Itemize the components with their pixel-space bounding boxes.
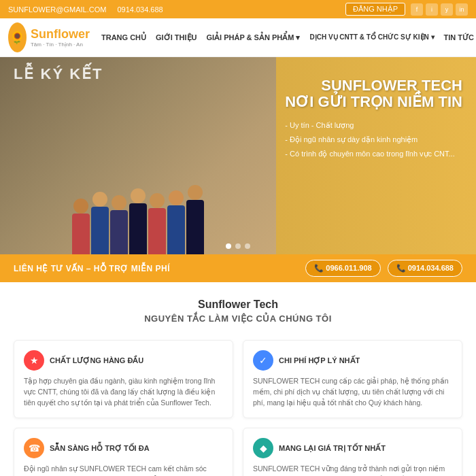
nav-trangchu[interactable]: TRANG CHỦ <box>98 31 150 45</box>
hero-bullet-2: - Đội ngũ nhân sự dày dặn kinh nghiệm <box>285 133 462 147</box>
logo-slogan: Tâm · Tín · Thịnh · An <box>31 41 90 48</box>
dot-2[interactable] <box>235 243 241 249</box>
top-bar-actions: ĐĂNG NHẬP f i y in <box>345 3 468 16</box>
person-7 <box>186 185 204 254</box>
phone-btn-2[interactable]: 📞 0914.034.688 <box>388 260 462 277</box>
principle-desc-3: Đội ngũ nhân sự SUNFLOWER TECH cam kết c… <box>24 464 223 476</box>
contact-bar-label: LIÊN HỆ TƯ VẤN – HỖ TRỢ MIỄN PHÍ <box>14 264 170 273</box>
principle-title-1: CHẤT LƯỢNG HÀNG ĐẦU <box>50 356 143 365</box>
top-email[interactable]: SUNFLOWER@GMAIL.COM <box>8 5 106 14</box>
main-nav: TRANG CHỦ GIỚI THIỆU GIẢI PHÁP & SẢN PHẨ… <box>98 31 476 45</box>
phone-btn-1[interactable]: 📞 0966.011.908 <box>305 260 380 277</box>
nav-giaiphap[interactable]: GIẢI PHÁP & SẢN PHẨM ▾ <box>203 31 303 45</box>
person-1 <box>72 199 90 254</box>
hero-bullet-3: - Có trình độ chuyên môn cao trong lĩnh … <box>285 147 462 161</box>
instagram-icon[interactable]: i <box>426 3 438 16</box>
person-3 <box>110 195 128 254</box>
sunflower-section: Sunflower Tech NGUYÊN TẮC LÀM VIỆC CỦA C… <box>0 282 476 330</box>
section-title: Sunflower Tech <box>14 299 462 311</box>
principle-card-1: ★ CHẤT LƯỢNG HÀNG ĐẦU Tập hợp chuyên gia… <box>14 340 233 418</box>
principle-card-4: ◆ MANG LẠI GIÁ TRỊ TỐT NHẤT SUNFLOWER TE… <box>243 428 462 476</box>
hero-image <box>0 57 276 254</box>
logo-icon: 🌻 <box>8 22 27 52</box>
principle-title-2: CHI PHÍ HỢP LÝ NHẤT <box>279 356 360 365</box>
hero-title-line2: NƠI GỬI TRỌN NIỀM TIN <box>285 94 462 110</box>
hero-bullet-1: - Uy tín - Chất lượng <box>285 118 462 133</box>
hero-section: LỄ KÝ KẾT SUNFLOWER TECH NƠI GỬI TRỌN NI… <box>0 57 476 254</box>
principle-header-2: ✓ CHI PHÍ HỢP LÝ NHẤT <box>253 350 452 371</box>
logo[interactable]: 🌻 Sunflower Tâm · Tín · Thịnh · An <box>8 22 90 52</box>
top-phone[interactable]: 0914.034.688 <box>117 5 163 14</box>
person-2 <box>91 192 109 254</box>
principle-header-4: ◆ MANG LẠI GIÁ TRỊ TỐT NHẤT <box>253 438 452 458</box>
principle-title-4: MANG LẠI GIÁ TRỊ TỐT NHẤT <box>279 444 386 453</box>
facebook-icon[interactable]: f <box>411 3 423 16</box>
principle-card-2: ✓ CHI PHÍ HỢP LÝ NHẤT SUNFLOWER TECH cun… <box>243 340 462 418</box>
dot-3[interactable] <box>245 243 250 249</box>
quality-icon: ★ <box>24 350 44 371</box>
person-4 <box>129 188 147 254</box>
principle-header-1: ★ CHẤT LƯỢNG HÀNG ĐẦU <box>24 350 223 371</box>
principle-title-3: SẴN SÀNG HỖ TRỢ TỐI ĐA <box>50 444 150 453</box>
person-5 <box>148 193 166 254</box>
hero-bullets: - Uy tín - Chất lượng - Đội ngũ nhân sự … <box>285 118 462 161</box>
people-row <box>72 185 204 254</box>
dot-1[interactable] <box>226 243 231 249</box>
principle-desc-4: SUNFLOWER TECH vững đáng trở thành nơi g… <box>253 464 452 476</box>
linkedin-icon[interactable]: in <box>456 3 468 16</box>
cost-icon: ✓ <box>253 350 273 371</box>
value-icon: ◆ <box>253 438 273 458</box>
login-button[interactable]: ĐĂNG NHẬP <box>345 3 405 16</box>
principles-grid: ★ CHẤT LƯỢNG HÀNG ĐẦU Tập hợp chuyên gia… <box>0 330 476 476</box>
section-subtitle: NGUYÊN TẮC LÀM VIỆC CỦA CHÚNG TÔI <box>14 313 462 324</box>
header: 🌻 Sunflower Tâm · Tín · Thịnh · An TRANG… <box>0 18 476 57</box>
principle-desc-1: Tập hợp chuyên gia đầu ngành, giàu kinh … <box>24 376 223 408</box>
top-bar: SUNFLOWER@GMAIL.COM 0914.034.688 ĐĂNG NH… <box>0 0 476 18</box>
hero-text-block: SUNFLOWER TECH NƠI GỬI TRỌN NIỀM TIN - U… <box>285 78 462 161</box>
hero-dots <box>226 243 250 249</box>
logo-name: Sunflower <box>31 27 90 41</box>
person-6 <box>167 190 185 254</box>
top-bar-contact: SUNFLOWER@GMAIL.COM 0914.034.688 <box>8 5 163 14</box>
hero-banner: LỄ KÝ KẾT <box>14 65 103 83</box>
nav-tintuc[interactable]: TIN TỨC <box>441 31 476 45</box>
social-icons-group: f i y in <box>411 3 468 16</box>
people-bg <box>0 57 276 254</box>
contact-bar: LIÊN HỆ TƯ VẤN – HỖ TRỢ MIỄN PHÍ 📞 0966.… <box>0 254 476 282</box>
contact-phones: 📞 0966.011.908 📞 0914.034.688 <box>305 260 462 277</box>
principle-desc-2: SUNFLOWER TECH cung cấp các giải pháp, h… <box>253 376 452 408</box>
youtube-icon[interactable]: y <box>441 3 453 16</box>
nav-gioithieu[interactable]: GIỚI THIỆU <box>152 31 200 45</box>
principle-card-3: ☎ SẴN SÀNG HỖ TRỢ TỐI ĐA Đội ngũ nhân sự… <box>14 428 233 476</box>
hero-title-line1: SUNFLOWER TECH <box>285 78 462 94</box>
logo-text-group: Sunflower Tâm · Tín · Thịnh · An <box>31 27 90 48</box>
nav-dichvu[interactable]: DỊCH VỤ CNTT & TỔ CHỨC SỰ KIỆN ▾ <box>306 31 437 45</box>
support-icon: ☎ <box>24 438 44 458</box>
principle-header-3: ☎ SẴN SÀNG HỖ TRỢ TỐI ĐA <box>24 438 223 458</box>
